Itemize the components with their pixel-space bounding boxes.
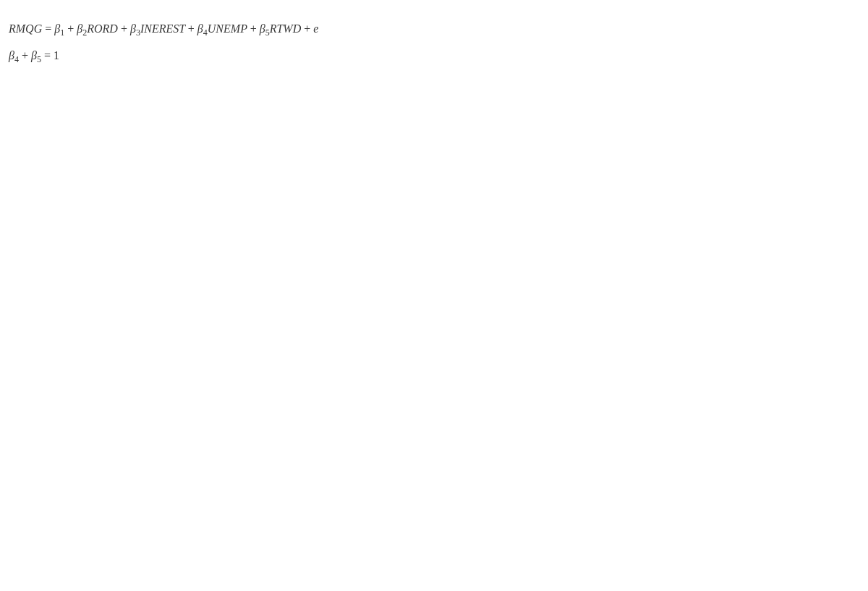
model-equation: RMQG = β1 + β2RORD + β3INEREST + β4UNEMP… [9, 20, 859, 40]
question-p4: β4 + β5 = 1 [9, 47, 859, 67]
answer-block [0, 81, 868, 113]
question-text: RMQG = β1 + β2RORD + β3INEREST + β4UNEMP… [0, 6, 868, 81]
